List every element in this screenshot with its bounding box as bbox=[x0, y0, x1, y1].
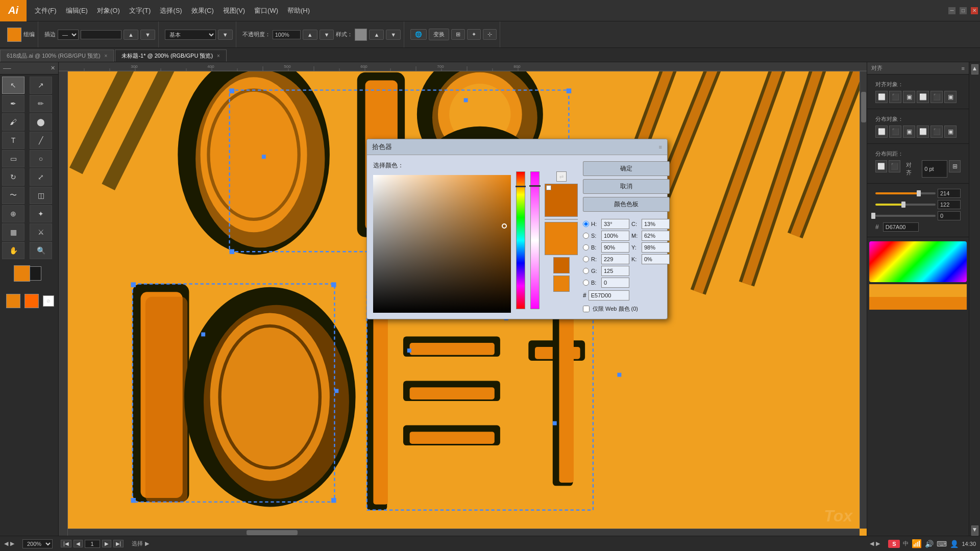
hex-display-input[interactable]: D67A00 bbox=[883, 222, 919, 232]
scrollbar-thumb-h[interactable] bbox=[247, 530, 298, 535]
menu-file[interactable]: 文件(F) bbox=[31, 4, 61, 17]
panel-collapse-btn[interactable]: ── bbox=[3, 65, 11, 71]
hue-strip[interactable] bbox=[516, 171, 525, 309]
r-radio[interactable] bbox=[583, 256, 589, 262]
paintbucket-tool[interactable]: ⬤ bbox=[30, 113, 52, 131]
column-tool[interactable]: ▦ bbox=[2, 223, 24, 241]
stroke-down-btn[interactable]: ▼ bbox=[140, 30, 155, 40]
convert-btn[interactable]: ⇄ bbox=[556, 171, 567, 182]
fill-color-swatch[interactable] bbox=[7, 28, 21, 42]
special-color-strip[interactable] bbox=[530, 171, 540, 309]
menu-help[interactable]: 帮助(H) bbox=[283, 4, 314, 17]
panel-close-btn[interactable]: ✕ bbox=[51, 65, 55, 71]
menu-select[interactable]: 选择(S) bbox=[156, 4, 186, 17]
scrollbar-horizontal[interactable] bbox=[68, 529, 860, 536]
scale-tool[interactable]: ⤢ bbox=[30, 168, 52, 186]
slider3[interactable] bbox=[875, 215, 936, 217]
gradient-strip-bottom[interactable] bbox=[869, 284, 967, 310]
style-swatch[interactable] bbox=[355, 29, 367, 41]
panel-menu-btn[interactable]: ≡ bbox=[962, 65, 965, 71]
style-down[interactable]: ▼ bbox=[386, 30, 401, 40]
page-prev-btn[interactable]: ◀ bbox=[74, 540, 83, 547]
spacing-input[interactable] bbox=[922, 160, 947, 178]
close-button[interactable]: ✕ bbox=[971, 7, 978, 14]
pen-tool[interactable]: ✒ bbox=[2, 95, 24, 112]
b2-input[interactable]: 0 bbox=[601, 278, 629, 288]
opacity-down[interactable]: ▼ bbox=[320, 30, 334, 40]
warp-tool[interactable]: 〜 bbox=[2, 187, 24, 204]
tool3-btn[interactable]: ✦ bbox=[467, 29, 481, 40]
dist-top-btn[interactable]: ⬜ bbox=[917, 126, 929, 138]
slice-tool[interactable]: ⚔ bbox=[30, 223, 52, 241]
rect-tool[interactable]: ▭ bbox=[2, 150, 24, 167]
space-h-btn[interactable]: ⬜ bbox=[875, 160, 887, 172]
dist-right-btn[interactable]: ▣ bbox=[903, 126, 915, 138]
align-center-v-btn[interactable]: ⬛ bbox=[930, 91, 943, 103]
status-arrow[interactable]: ▶ bbox=[145, 540, 149, 547]
page-last-btn[interactable]: ▶| bbox=[113, 540, 124, 547]
page-number-input[interactable] bbox=[85, 540, 100, 548]
status-arrow-right[interactable]: ▶ bbox=[10, 540, 14, 547]
tab-file2-close[interactable]: × bbox=[217, 53, 220, 59]
page-next-btn[interactable]: ▶ bbox=[102, 540, 111, 547]
dist-left-btn[interactable]: ⬜ bbox=[875, 126, 888, 138]
globe-btn[interactable]: 🌐 bbox=[410, 29, 427, 40]
panel-scroll-down[interactable]: ▼ bbox=[971, 525, 978, 536]
space-v-btn[interactable]: ⬛ bbox=[889, 160, 900, 172]
select-tool[interactable]: ↖ bbox=[2, 77, 24, 94]
dist-center-h-btn[interactable]: ⬛ bbox=[889, 126, 901, 138]
slider2[interactable] bbox=[875, 204, 936, 206]
menu-effect[interactable]: 效果(C) bbox=[187, 4, 218, 17]
tab-file1-close[interactable]: × bbox=[105, 53, 108, 59]
dialog-menu-btn[interactable]: ≡ bbox=[659, 144, 662, 150]
s-input[interactable]: 100% bbox=[601, 231, 629, 241]
none-indicator[interactable]: ⊘ bbox=[43, 295, 54, 307]
pencil-tool[interactable]: ✏ bbox=[30, 95, 52, 112]
opacity-input[interactable]: 100% bbox=[273, 30, 301, 39]
maximize-button[interactable]: □ bbox=[960, 7, 967, 14]
tab-file2[interactable]: 未标题-1* @ 200% (RGB/GPU 预览) × bbox=[115, 49, 227, 62]
current-color-swatch[interactable] bbox=[545, 222, 578, 255]
small-swatch2[interactable] bbox=[553, 276, 570, 292]
slider1[interactable] bbox=[875, 192, 936, 194]
small-swatch1[interactable] bbox=[553, 257, 570, 273]
hand-tool[interactable]: ✋ bbox=[2, 242, 24, 259]
menu-window[interactable]: 窗口(W) bbox=[250, 4, 282, 17]
new-color-swatch[interactable] bbox=[545, 184, 578, 217]
align-top-btn[interactable]: ⬜ bbox=[917, 91, 929, 103]
s-radio[interactable] bbox=[583, 233, 589, 239]
gradient-tool[interactable]: ◫ bbox=[30, 187, 52, 204]
stroke-indicator[interactable] bbox=[24, 294, 39, 308]
h-radio[interactable] bbox=[583, 221, 589, 227]
align-bottom-btn[interactable]: ▣ bbox=[944, 91, 957, 103]
menu-object[interactable]: 对象(O) bbox=[93, 4, 124, 17]
opacity-up[interactable]: ▲ bbox=[303, 30, 317, 40]
style-select[interactable]: 基本 bbox=[165, 30, 216, 40]
transform-btn[interactable]: 变换 bbox=[429, 29, 449, 40]
slider1-input[interactable]: 214 bbox=[938, 189, 961, 198]
align-center-h-btn[interactable]: ⬛ bbox=[889, 91, 901, 103]
symbol-tool[interactable]: ✦ bbox=[30, 205, 52, 222]
direct-select-tool[interactable]: ↗ bbox=[30, 77, 52, 94]
brush-tool[interactable]: 🖌 bbox=[2, 113, 24, 131]
menu-edit[interactable]: 编辑(E) bbox=[62, 4, 92, 17]
zoom-select[interactable]: 200% 100% 50% bbox=[22, 539, 53, 548]
menu-view[interactable]: 视图(V) bbox=[219, 4, 249, 17]
gradient-canvas[interactable] bbox=[373, 175, 511, 313]
scrollbar-thumb-v[interactable] bbox=[861, 92, 866, 122]
blend-tool[interactable]: ⊕ bbox=[2, 205, 24, 222]
style-up[interactable]: ▲ bbox=[369, 30, 384, 40]
zoom-tool[interactable]: 🔍 bbox=[30, 242, 52, 259]
b-radio[interactable] bbox=[583, 244, 589, 251]
align-left-btn[interactable]: ⬜ bbox=[875, 91, 888, 103]
confirm-button[interactable]: 确定 bbox=[583, 161, 670, 176]
stroke-select[interactable]: — bbox=[58, 30, 79, 40]
dist-center-v-btn[interactable]: ⬛ bbox=[930, 126, 943, 138]
status-arrow-left[interactable]: ◀ bbox=[4, 540, 8, 547]
minimize-button[interactable]: ─ bbox=[948, 7, 955, 14]
m-input[interactable]: 62% bbox=[642, 231, 670, 241]
b-input[interactable]: 90% bbox=[601, 242, 629, 253]
gradient-cursor[interactable] bbox=[502, 223, 507, 229]
scrollbar-vertical[interactable] bbox=[860, 71, 867, 529]
fill-indicator[interactable] bbox=[6, 294, 20, 308]
